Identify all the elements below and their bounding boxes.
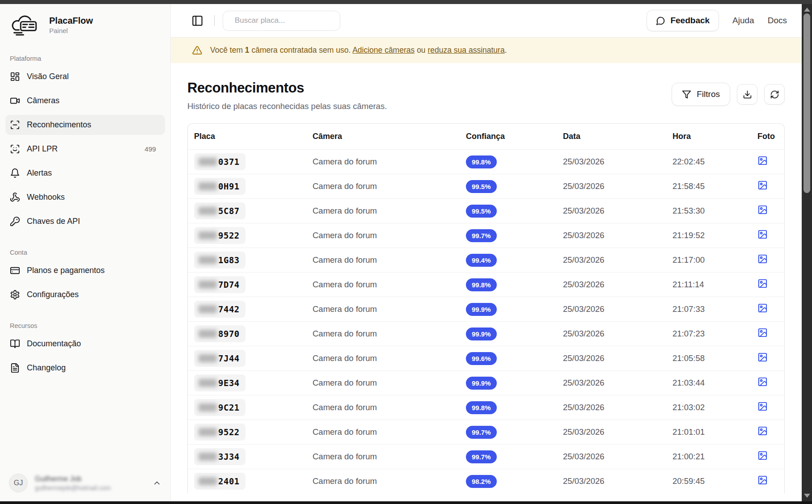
camera-name: Camera do forum	[306, 280, 460, 290]
date-value: 25/03/2026	[557, 353, 666, 363]
plate-hidden-prefix	[199, 330, 217, 338]
sidebar-item-api-lpr[interactable]: API LPR 499	[5, 139, 165, 159]
photo-icon[interactable]	[757, 155, 768, 166]
sidebar-item-chaves-de-api[interactable]: Chaves de API	[5, 211, 165, 231]
plate-chip: 9522	[194, 424, 245, 441]
plate-hidden-prefix	[199, 379, 217, 387]
plate-cell: 0371	[188, 153, 306, 170]
camera-name: Camera do forum	[306, 476, 460, 486]
add-cameras-link[interactable]: Adicione câmeras	[352, 46, 414, 55]
video-camera-icon	[10, 96, 20, 106]
date-value: 25/03/2026	[557, 280, 666, 290]
sidebar-item-label: Webhooks	[27, 193, 65, 202]
sidebar-item-configuracoes[interactable]: Configurações	[5, 285, 165, 305]
plate-text: 7442	[218, 304, 240, 314]
column-header-foto: Foto	[751, 132, 784, 141]
help-link[interactable]: Ajuda	[732, 16, 754, 25]
window-scrollbar[interactable]	[802, 4, 812, 501]
table-row[interactable]: 9E34 Camera do forum 99.9% 25/03/2026 21…	[188, 370, 784, 395]
sidebar-item-label: Reconhecimentos	[27, 120, 91, 130]
photo-icon[interactable]	[757, 205, 768, 215]
scrollbar-thumb[interactable]	[804, 13, 810, 193]
table-row[interactable]: 1G83 Camera do forum 99.4% 25/03/2026 21…	[188, 248, 784, 272]
search-input[interactable]	[234, 16, 334, 25]
sidebar-item-alertas[interactable]: Alertas	[5, 163, 165, 183]
table-row[interactable]: 7D74 Camera do forum 99.8% 25/03/2026 21…	[188, 272, 784, 297]
sidebar-item-webhooks[interactable]: Webhooks	[5, 187, 165, 207]
camera-name: Camera do forum	[306, 329, 460, 339]
photo-icon[interactable]	[757, 180, 768, 190]
camera-name: Camera do forum	[306, 452, 460, 462]
table-row[interactable]: 0371 Camera do forum 99.8% 25/03/2026 22…	[188, 149, 784, 174]
time-value: 21:01:01	[666, 427, 751, 437]
filters-button[interactable]: Filtros	[672, 83, 730, 106]
reduce-subscription-link[interactable]: reduza sua assinatura	[427, 46, 504, 55]
table-row[interactable]: 7J44 Camera do forum 99.6% 25/03/2026 21…	[188, 346, 784, 370]
photo-icon[interactable]	[757, 426, 768, 436]
plate-chip: 9522	[194, 227, 245, 244]
sidebar-item-cameras[interactable]: Câmeras	[5, 91, 165, 111]
sidebar-toggle-button[interactable]	[191, 15, 203, 27]
sidebar-item-changelog[interactable]: Changelog	[5, 358, 165, 378]
avatar: GJ	[9, 474, 28, 492]
table-row[interactable]: 9522 Camera do forum 99.7% 25/03/2026 21…	[188, 420, 784, 444]
sidebar-item-documentacao[interactable]: Documentação	[5, 334, 165, 354]
table-row[interactable]: 0H91 Camera do forum 99.5% 25/03/2026 21…	[188, 174, 784, 198]
credit-card-icon	[10, 265, 20, 276]
confidence-badge: 98.2%	[466, 475, 497, 488]
camera-name: Camera do forum	[306, 304, 460, 314]
refresh-button[interactable]	[764, 84, 785, 105]
sidebar-item-label: Visão Geral	[27, 72, 69, 81]
time-value: 21:07:33	[666, 304, 751, 314]
photo-icon[interactable]	[757, 229, 768, 239]
table-row[interactable]: 5C87 Camera do forum 99.5% 25/03/2026 21…	[188, 198, 784, 223]
photo-icon[interactable]	[757, 377, 768, 387]
download-button[interactable]	[737, 84, 757, 105]
date-value: 25/03/2026	[557, 476, 666, 486]
table-row[interactable]: 7442 Camera do forum 99.9% 25/03/2026 21…	[188, 297, 784, 321]
gear-icon	[10, 290, 20, 300]
app-window: PlacaFlow Painel Plataforma Visão Geral …	[0, 4, 802, 501]
photo-icon[interactable]	[757, 450, 768, 461]
date-value: 25/03/2026	[557, 378, 666, 388]
photo-icon[interactable]	[757, 303, 768, 313]
confidence-cell: 99.5%	[460, 180, 557, 193]
confidence-cell: 98.2%	[460, 475, 557, 488]
photo-cell	[751, 180, 784, 193]
photo-icon[interactable]	[757, 254, 768, 264]
scroll-up-arrow-icon[interactable]	[804, 8, 810, 12]
table-row[interactable]: 8970 Camera do forum 99.9% 25/03/2026 21…	[188, 321, 784, 346]
plate-text: 9522	[218, 427, 240, 437]
camera-name: Camera do forum	[306, 206, 460, 216]
table-row[interactable]: 3J34 Camera do forum 99.7% 25/03/2026 21…	[188, 444, 784, 469]
photo-cell	[751, 401, 784, 414]
table-row[interactable]: 9522 Camera do forum 99.7% 25/03/2026 21…	[188, 223, 784, 248]
sidebar-item-planos-e-pagamentos[interactable]: Planos e pagamentos	[5, 260, 165, 281]
confidence-badge: 99.9%	[466, 303, 497, 316]
warning-banner: Você tem 1 câmera contratada sem uso. Ad…	[171, 38, 802, 63]
sidebar-item-reconhecimentos[interactable]: Reconhecimentos	[5, 115, 165, 135]
feedback-button[interactable]: Feedback	[647, 10, 719, 31]
plate-cell: 1G83	[188, 252, 306, 269]
photo-icon[interactable]	[757, 401, 768, 412]
docs-link[interactable]: Docs	[768, 16, 787, 25]
photo-icon[interactable]	[757, 328, 768, 338]
photo-icon[interactable]	[757, 475, 768, 485]
plate-cell: 0H91	[188, 178, 306, 195]
confidence-cell: 99.9%	[460, 303, 557, 316]
photo-icon[interactable]	[757, 352, 768, 362]
user-menu[interactable]: GJ Guilherme Job guilhermejob@hotmail.co…	[5, 471, 165, 492]
plate-hidden-prefix	[199, 158, 217, 166]
search-box[interactable]	[223, 11, 340, 31]
photo-icon[interactable]	[757, 278, 768, 289]
table-row[interactable]: 2401 Camera do forum 98.2% 25/03/2026 20…	[188, 469, 784, 493]
plate-cell: 7D74	[188, 276, 306, 293]
chevron-up-icon[interactable]	[152, 479, 161, 487]
sidebar-item-visao-geral[interactable]: Visão Geral	[5, 67, 165, 87]
table-row[interactable]: 9C21 Camera do forum 99.8% 25/03/2026 21…	[188, 395, 784, 420]
scroll-down-arrow-icon[interactable]	[804, 494, 810, 498]
camera-name: Camera do forum	[306, 181, 460, 191]
column-header-confianca: Confiança	[460, 132, 557, 141]
date-value: 25/03/2026	[557, 206, 666, 216]
plate-text: 2401	[218, 476, 240, 486]
